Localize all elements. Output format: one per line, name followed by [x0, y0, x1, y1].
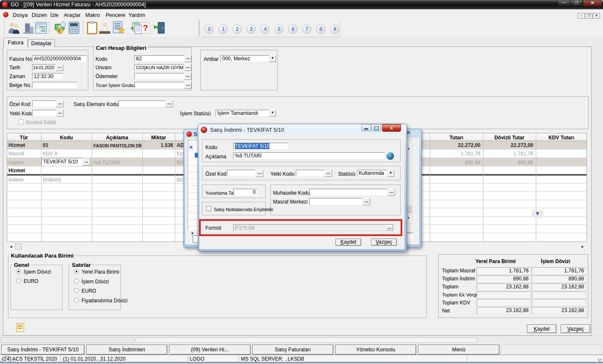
svg-text:?: ? [143, 23, 148, 33]
svg-text:€: € [58, 29, 61, 33]
